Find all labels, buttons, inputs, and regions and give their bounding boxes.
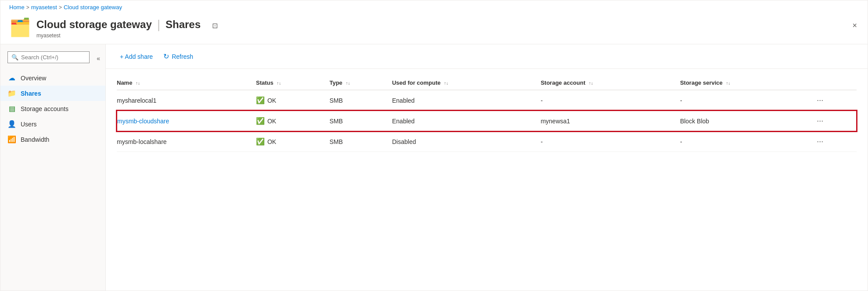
sidebar: 🔍 « ☁ Overview 📁 Shares ▤ Storage accoun… [0,44,106,291]
sidebar-item-label-overview: Overview [21,75,46,82]
cell-storage-account: - [540,131,680,152]
cell-type: SMB [329,90,392,111]
users-icon: 👤 [7,120,16,128]
sort-icon-compute: ↑↓ [444,81,448,86]
sort-icon-type: ↑↓ [346,81,350,86]
status-ok-icon: ✅ [256,96,265,104]
search-icon: 🔍 [11,54,18,61]
status-ok-icon: ✅ [256,137,265,146]
cell-used-for-compute: Disabled [392,131,540,152]
bandwidth-icon: 📶 [7,135,16,144]
header-left: 🗂️ Cloud storage gateway | Shares ⊡ myas… [9,18,220,39]
resource-name: Cloud storage gateway [36,18,152,31]
cell-used-for-compute: Enabled [392,111,540,131]
header-title-block: Cloud storage gateway | Shares ⊡ myasete… [36,18,220,39]
more-options-button[interactable]: ··· [814,115,826,126]
sidebar-item-label-storage-accounts: Storage accounts [21,105,68,112]
search-input[interactable] [21,54,86,61]
sidebar-item-bandwidth[interactable]: 📶 Bandwidth [0,132,105,147]
cell-more: ··· [814,131,857,152]
add-share-button[interactable]: + Add share [116,50,156,63]
col-header-status[interactable]: Status ↑↓ [256,76,329,90]
table-header-row: Name ↑↓ Status ↑↓ Type ↑↓ [117,76,857,90]
sidebar-search[interactable]: 🔍 [7,51,90,63]
status-text: OK [267,97,276,104]
breadcrumb-sep-2: > [59,4,62,11]
cell-status: ✅OK [256,111,329,131]
table-body: mysharelocal1✅OKSMBEnabled--···mysmb-clo… [117,90,857,152]
section-name: Shares [166,18,201,31]
status-text: OK [267,118,276,125]
status-ok-icon: ✅ [256,117,265,125]
sidebar-collapse-button[interactable]: « [95,55,102,62]
cell-storage-service: Block Blob [680,111,814,131]
cell-name: mysmb-localshare [117,131,256,152]
cell-storage-account: mynewsa1 [540,111,680,131]
sort-icon-storage-account: ↑↓ [589,81,593,86]
table-row[interactable]: mysmb-cloudshare✅OKSMBEnabledmynewsa1Blo… [117,111,857,131]
header-subtitle: myasetest [36,32,220,39]
cell-name: mysharelocal1 [117,90,256,111]
cell-storage-service: - [680,131,814,152]
sidebar-item-shares[interactable]: 📁 Shares [0,86,105,101]
breadcrumb: Home > myasetest > Cloud storage gateway [0,0,868,14]
sidebar-item-storage-accounts[interactable]: ▤ Storage accounts [0,101,105,116]
sidebar-item-label-shares: Shares [21,90,41,97]
table-row[interactable]: mysmb-localshare✅OKSMBDisabled--··· [117,131,857,152]
sidebar-item-overview[interactable]: ☁ Overview [0,70,105,86]
cell-storage-service: - [680,90,814,111]
col-header-name[interactable]: Name ↑↓ [117,76,256,90]
sort-icon-storage-service: ↑↓ [726,81,730,86]
breadcrumb-home[interactable]: Home [9,4,25,11]
cell-more: ··· [814,90,857,111]
storage-accounts-icon: ▤ [7,104,16,113]
table-row[interactable]: mysharelocal1✅OKSMBEnabled--··· [117,90,857,111]
cell-more: ··· [814,111,857,131]
shares-table: Name ↑↓ Status ↑↓ Type ↑↓ [116,76,857,152]
cell-status: ✅OK [256,90,329,111]
col-header-actions [814,76,857,90]
resource-icon: 🗂️ [9,18,31,36]
toolbar: + Add share ↻ Refresh [106,44,868,69]
sidebar-item-label-users: Users [21,121,37,128]
col-header-storage-service[interactable]: Storage service ↑↓ [680,76,814,90]
breadcrumb-myasetest[interactable]: myasetest [31,4,57,11]
shares-icon: 📁 [7,89,16,97]
status-text: OK [267,138,276,145]
sort-icon-status: ↑↓ [277,81,281,86]
refresh-label: Refresh [172,53,193,60]
cell-type: SMB [329,131,392,152]
breadcrumb-cloud-storage-gateway[interactable]: Cloud storage gateway [64,4,122,11]
cell-storage-account: - [540,90,680,111]
cell-used-for-compute: Enabled [392,90,540,111]
col-header-type[interactable]: Type ↑↓ [329,76,392,90]
sidebar-item-label-bandwidth: Bandwidth [21,136,49,143]
sort-icon-name: ↑↓ [136,81,140,86]
sidebar-item-users[interactable]: 👤 Users [0,116,105,132]
cell-type: SMB [329,111,392,131]
cell-name: mysmb-cloudshare [117,111,256,131]
pin-button[interactable]: ⊡ [209,21,220,31]
col-header-used-for-compute[interactable]: Used for compute ↑↓ [392,76,540,90]
page-container: Home > myasetest > Cloud storage gateway… [0,0,868,291]
refresh-button[interactable]: ↻ Refresh [160,50,197,63]
share-link[interactable]: mysmb-cloudshare [117,118,169,125]
header: 🗂️ Cloud storage gateway | Shares ⊡ myas… [0,14,868,44]
table-container: Name ↑↓ Status ↑↓ Type ↑↓ [106,69,868,159]
main-content: + Add share ↻ Refresh Name ↑↓ [106,44,868,291]
col-header-storage-account[interactable]: Storage account ↑↓ [540,76,680,90]
title-divider: | [157,18,160,32]
close-button[interactable]: × [850,19,859,32]
breadcrumb-sep-1: > [26,4,29,11]
overview-icon: ☁ [7,74,16,82]
more-options-button[interactable]: ··· [814,95,826,106]
header-title: Cloud storage gateway | Shares ⊡ [36,18,220,32]
refresh-icon: ↻ [163,52,169,61]
more-options-button[interactable]: ··· [814,136,826,147]
body-layout: 🔍 « ☁ Overview 📁 Shares ▤ Storage accoun… [0,44,868,291]
cell-status: ✅OK [256,131,329,152]
